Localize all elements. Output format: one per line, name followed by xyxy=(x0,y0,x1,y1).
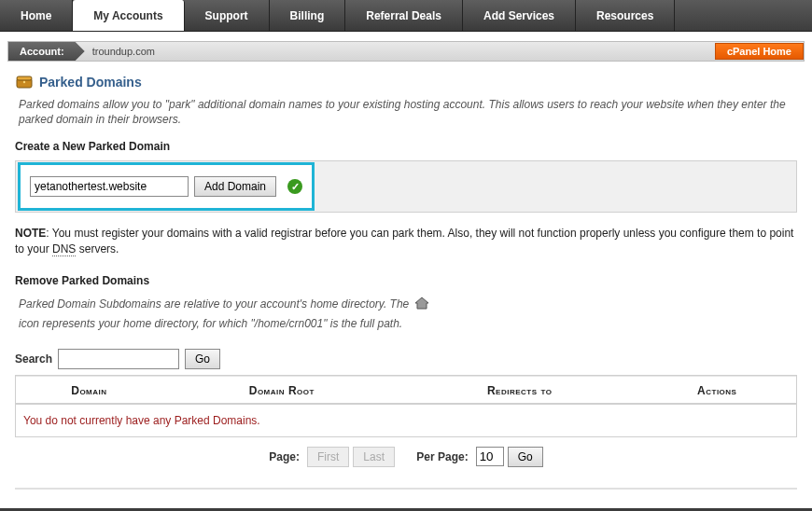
create-panel: Add Domain ✓ xyxy=(15,160,797,213)
create-highlight: Add Domain ✓ xyxy=(18,162,315,211)
page-label: Page: xyxy=(269,450,300,463)
svg-rect-1 xyxy=(17,76,32,80)
perpage-go-button[interactable]: Go xyxy=(508,447,543,467)
nav-tab-billing[interactable]: Billing xyxy=(270,0,346,31)
remove-intro: Parked Domain Subdomains are relative to… xyxy=(19,295,797,332)
parked-domains-icon xyxy=(15,73,34,91)
nav-tab-add-services[interactable]: Add Services xyxy=(463,0,576,31)
domains-table-wrap: DomainDomain RootRedirects toActions You… xyxy=(15,375,797,437)
search-input[interactable] xyxy=(58,349,179,369)
add-domain-button[interactable]: Add Domain xyxy=(194,176,276,197)
account-domain: troundup.com xyxy=(85,46,155,57)
check-ok-icon: ✓ xyxy=(287,179,302,194)
search-label: Search xyxy=(15,352,52,366)
page-first-button[interactable]: First xyxy=(307,447,349,467)
page-title: Parked Domains xyxy=(39,75,142,90)
home-icon xyxy=(414,297,429,310)
parked-domain-input[interactable] xyxy=(30,176,189,197)
top-nav: HomeMy AccountsSupportBillingReferral De… xyxy=(0,0,812,32)
col-actions: Actions xyxy=(637,376,796,404)
col-domain-root: Domain Root xyxy=(162,376,401,404)
nav-tab-referral-deals[interactable]: Referral Deals xyxy=(345,0,463,31)
nav-tab-home[interactable]: Home xyxy=(0,0,73,31)
note-text: NOTE: You must register your domains wit… xyxy=(15,226,797,257)
domains-table: DomainDomain RootRedirects toActions You… xyxy=(16,376,796,436)
footer: Home | Help | Legal | Privacy | Blog | F… xyxy=(0,508,812,511)
perpage-label: Per Page: xyxy=(416,450,468,463)
account-label: Account: xyxy=(8,42,85,61)
remove-heading: Remove Parked Domains xyxy=(15,274,797,287)
svg-marker-3 xyxy=(415,297,428,309)
page-last-button[interactable]: Last xyxy=(353,447,395,467)
perpage-input[interactable] xyxy=(476,447,504,466)
account-bar: Account: troundup.com cPanel Home xyxy=(7,41,805,62)
search-row: Search Go xyxy=(15,349,797,369)
table-empty-message: You do not currently have any Parked Dom… xyxy=(16,404,796,436)
nav-tab-resources[interactable]: Resources xyxy=(576,0,675,31)
nav-tab-my-accounts[interactable]: My Accounts xyxy=(73,0,184,31)
search-go-button[interactable]: Go xyxy=(185,349,220,369)
svg-point-2 xyxy=(23,81,25,83)
col-domain: Domain xyxy=(16,376,162,404)
page-intro: Parked domains allow you to "park" addit… xyxy=(19,97,797,127)
create-heading: Create a New Parked Domain xyxy=(15,140,797,153)
cpanel-home-button[interactable]: cPanel Home xyxy=(715,43,804,60)
nav-tab-support[interactable]: Support xyxy=(185,0,270,31)
paginator: Page: First Last Per Page: Go xyxy=(15,447,797,467)
col-redirects-to: Redirects to xyxy=(401,376,638,404)
